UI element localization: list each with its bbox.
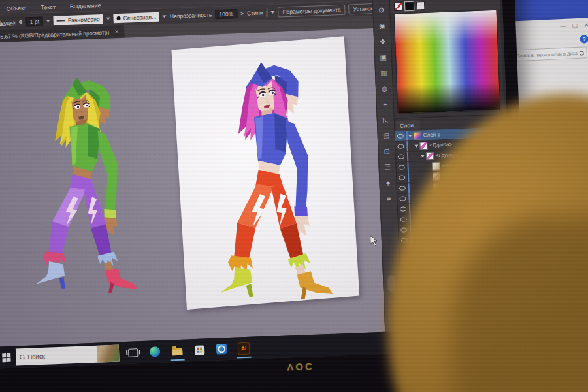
layer-thumbnail: [426, 152, 434, 159]
photo-scene: — ▢ ✕ ? Поиск в: технологии в дизай... т…: [0, 0, 588, 392]
settings-icon[interactable]: ⚙: [376, 6, 387, 15]
selection-color-bar: [407, 152, 409, 161]
eye-icon: [399, 186, 406, 190]
minimize-icon[interactable]: —: [560, 23, 566, 29]
stroke-link[interactable]: Обводка: [0, 19, 16, 26]
opacity-label: Непрозрачность: [170, 11, 212, 19]
eye-icon: [400, 206, 406, 211]
aoc-logo: ΛOC: [287, 361, 314, 373]
selection-color-bar: [406, 141, 408, 151]
export-icon[interactable]: ⊡: [382, 147, 392, 156]
visibility-toggle[interactable]: [397, 183, 409, 193]
opacity-expand[interactable]: >: [240, 10, 244, 16]
black-swatch[interactable]: [405, 2, 414, 10]
search-placeholder: Поиск: [27, 350, 93, 360]
layer-thumbnail: [414, 131, 421, 139]
expand-chevron-icon[interactable]: [420, 155, 425, 157]
eye-icon: [400, 217, 407, 221]
visibility-toggle[interactable]: [398, 204, 410, 214]
eye-icon: [397, 133, 404, 138]
brush-icon: [116, 16, 120, 20]
menu-item[interactable]: Текст: [41, 4, 56, 11]
chevron-down-icon[interactable]: [270, 10, 274, 13]
illustrator-canvas[interactable]: [0, 28, 385, 347]
eye-icon: [399, 175, 405, 180]
help-icon[interactable]: ?: [580, 35, 588, 44]
chevron-down-icon[interactable]: [163, 15, 167, 18]
selection-color-bar: [407, 162, 409, 172]
tab-layers[interactable]: Слои: [396, 120, 420, 131]
search-icon: [20, 354, 24, 359]
opacity-field[interactable]: 100%: [215, 9, 237, 19]
align-icon[interactable]: ☰: [382, 163, 393, 172]
visibility-toggle[interactable]: [396, 162, 408, 172]
edge-icon: [150, 346, 161, 357]
close-icon[interactable]: ✕: [114, 29, 119, 35]
white-swatch[interactable]: [416, 1, 425, 10]
brush-select[interactable]: Сенсорная...: [113, 12, 159, 23]
eye-icon: [398, 154, 404, 159]
pathfinder-icon[interactable]: ◺: [380, 116, 391, 125]
layers-strip-icon[interactable]: ≡: [384, 194, 394, 203]
brushes-icon[interactable]: ❖: [378, 37, 388, 46]
expand-chevron-icon[interactable]: [414, 144, 419, 147]
windows-logo-icon: [2, 353, 10, 362]
eye-icon: [397, 144, 404, 148]
illustrator-button[interactable]: Ai: [238, 340, 250, 357]
transform-icon[interactable]: +: [380, 100, 390, 109]
color-spectrum[interactable]: [394, 10, 501, 114]
task-view-button[interactable]: [127, 344, 139, 361]
maximize-icon[interactable]: ▢: [572, 22, 578, 29]
store-button[interactable]: [193, 342, 206, 358]
explorer-button[interactable]: [171, 343, 184, 359]
taskbar-apps: Ai: [127, 340, 250, 361]
menu-item[interactable]: Выделение: [70, 2, 101, 10]
stroke-stepper[interactable]: [19, 20, 23, 24]
stroke-profile-select[interactable]: Равномерно: [54, 14, 103, 25]
stroke-weight-field[interactable]: 1 pt: [25, 16, 43, 26]
visibility-toggle[interactable]: [396, 152, 408, 162]
artwork-figure-green-purple[interactable]: [11, 61, 148, 306]
eye-icon: [399, 165, 405, 169]
visibility-toggle[interactable]: [397, 193, 409, 204]
gradient-icon[interactable]: ◍: [379, 84, 389, 93]
store-icon: [194, 345, 204, 355]
active-underline: [237, 357, 252, 359]
eye-icon: [399, 196, 406, 201]
selection-color-bar: [408, 193, 410, 203]
style-swatch[interactable]: [266, 8, 267, 16]
close-icon[interactable]: ✕: [584, 22, 588, 28]
folder-icon: [172, 348, 182, 356]
visibility-toggle[interactable]: [397, 172, 408, 183]
selection-color-bar: [409, 204, 411, 214]
outlook-icon: [216, 344, 227, 355]
artboard[interactable]: [171, 36, 359, 310]
expand-chevron-icon[interactable]: [408, 134, 413, 137]
artboards-icon[interactable]: ▣: [378, 53, 388, 62]
edge-button[interactable]: [149, 344, 161, 360]
selection-color-bar: [408, 172, 410, 182]
chevron-down-icon[interactable]: [106, 17, 110, 20]
mouse-cursor: [370, 235, 378, 246]
symbols-icon[interactable]: ♠: [383, 178, 393, 188]
layer-thumbnail: [419, 142, 427, 150]
document-setup-button[interactable]: Параметры документа: [278, 4, 346, 17]
illustrator-icon: Ai: [238, 342, 250, 355]
menu-item[interactable]: Объект: [7, 5, 27, 12]
info-icon[interactable]: ◉: [377, 22, 387, 31]
search-icon: [580, 50, 584, 55]
swatch-groups-icon[interactable]: ▤: [381, 131, 391, 140]
artwork-figure-blue-red[interactable]: [184, 51, 350, 307]
visibility-toggle[interactable]: [395, 131, 407, 141]
doc-search-input[interactable]: Поиск в: технологии в дизай...: [512, 46, 587, 61]
selection-color-bar: [408, 183, 410, 193]
none-swatch[interactable]: [394, 2, 402, 10]
taskbar-search-input[interactable]: Поиск: [16, 344, 120, 365]
bing-daily-image[interactable]: [97, 344, 120, 362]
outlook-button[interactable]: [216, 341, 228, 357]
chevron-down-icon[interactable]: [46, 20, 50, 22]
styles-label: Стили: [247, 9, 263, 16]
appearance-icon[interactable]: ▥: [378, 69, 389, 78]
visibility-toggle[interactable]: [395, 141, 407, 152]
start-button[interactable]: [0, 353, 16, 362]
